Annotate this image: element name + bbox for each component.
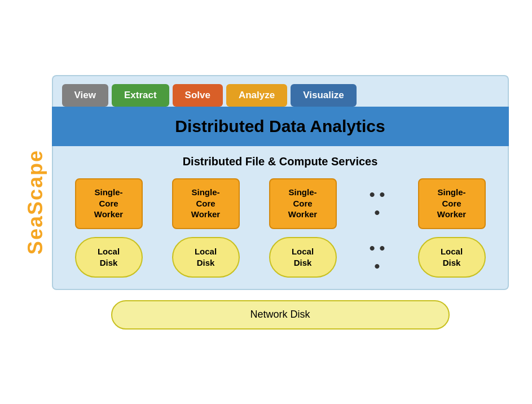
compute-section: Distributed File & Compute Services Sing… <box>52 146 509 290</box>
view-button[interactable]: View <box>62 84 108 107</box>
network-disk: Network Disk <box>111 300 450 330</box>
worker-box-3: Single-CoreWorker <box>269 178 337 229</box>
diagram-wrapper: SeaScape View Extract Solve Analyze Visu… <box>24 75 509 330</box>
dda-title: Distributed Data Analytics <box>175 117 385 135</box>
local-disk-3: LocalDisk <box>269 237 337 278</box>
worker-box-1: Single-CoreWorker <box>75 178 143 229</box>
visualize-button[interactable]: Visualize <box>291 84 356 107</box>
local-disk-1: LocalDisk <box>75 237 143 278</box>
extract-button[interactable]: Extract <box>112 84 169 107</box>
compute-section-title: Distributed File & Compute Services <box>62 155 499 168</box>
disks-dots: • • • <box>366 239 389 275</box>
workers-row: Single-CoreWorker Single-CoreWorker Sing… <box>62 178 499 229</box>
dda-band: Distributed Data Analytics <box>52 107 509 146</box>
worker-box-4: Single-CoreWorker <box>418 178 486 229</box>
local-disk-4: LocalDisk <box>418 237 486 278</box>
worker-box-2: Single-CoreWorker <box>172 178 240 229</box>
network-section: Network Disk <box>52 300 509 330</box>
local-disk-2: LocalDisk <box>172 237 240 278</box>
analyze-button[interactable]: Analyze <box>226 84 287 107</box>
solve-button[interactable]: Solve <box>173 84 223 107</box>
seascape-label: SeaScape <box>24 150 47 254</box>
workers-dots: • • • <box>366 186 389 222</box>
disks-row: LocalDisk LocalDisk LocalDisk • • • Loca… <box>62 237 499 278</box>
toolbar: View Extract Solve Analyze Visualize <box>52 75 509 107</box>
